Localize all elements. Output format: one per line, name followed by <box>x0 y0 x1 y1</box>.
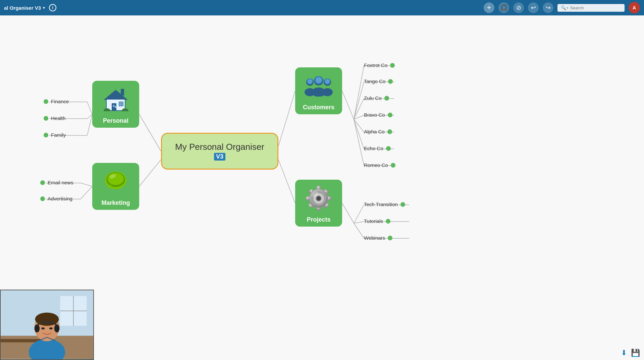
leaf-tutorials[interactable]: Tutorials <box>364 218 390 224</box>
leaf-label-bravo: Bravo Co <box>364 112 385 118</box>
svg-line-31 <box>354 222 364 223</box>
add-button[interactable]: + <box>484 2 494 13</box>
projects-label: Projects <box>307 216 330 223</box>
leaf-label-tango: Tango Co <box>364 78 385 84</box>
leaf-dot-romeo <box>391 163 395 168</box>
leaf-dot-echo <box>386 146 391 151</box>
personal-node[interactable]: Personal <box>92 81 139 128</box>
marketing-icon-area <box>104 163 127 199</box>
personal-label: Personal <box>103 117 128 124</box>
svg-line-14 <box>342 91 354 119</box>
svg-point-61 <box>322 88 333 96</box>
center-node-version: V3 <box>214 153 225 161</box>
svg-line-16 <box>354 82 364 119</box>
leaf-dot-alpha <box>387 129 392 134</box>
topbar: al Organiser V3 ▾ i + 🎧 ⊘ ↩ ↪ A <box>0 0 644 15</box>
leaf-advertising[interactable]: Advertising <box>40 196 72 201</box>
leaf-dot-family <box>44 133 48 137</box>
svg-line-21 <box>354 119 364 166</box>
leaf-dot-webinars <box>388 236 392 240</box>
leaf-dot-tutorials <box>386 219 390 224</box>
center-node[interactable]: My Personal Organiser V3 <box>161 133 278 170</box>
leaf-echo[interactable]: Echo Co <box>364 145 391 151</box>
leaf-webinars[interactable]: Webinars <box>364 235 392 241</box>
leaf-label-alpha: Alpha Co <box>364 129 385 134</box>
leaf-label-webinars: Webinars <box>364 235 385 241</box>
leaf-label-romeo: Romeo Co <box>364 162 388 168</box>
leaf-foxtrot[interactable]: Foxtrot Co <box>364 62 395 68</box>
leaf-dot-tango <box>388 79 393 84</box>
search-input[interactable] <box>557 4 625 12</box>
svg-line-19 <box>354 119 364 132</box>
svg-rect-47 <box>112 106 115 106</box>
leaf-email-news[interactable]: Email news <box>40 180 73 185</box>
leaf-label-advertising: Advertising <box>48 196 72 201</box>
leaf-family[interactable]: Family <box>44 132 66 138</box>
webcam-background <box>1 290 93 359</box>
svg-line-5 <box>87 114 92 119</box>
leaf-tech-transition[interactable]: Tech Transition <box>364 201 405 207</box>
redo-button[interactable]: ↪ <box>543 2 553 13</box>
leaf-label-family: Family <box>51 132 66 138</box>
svg-point-58 <box>305 88 315 96</box>
leaf-alpha[interactable]: Alpha Co <box>364 129 392 134</box>
svg-line-6 <box>87 114 92 135</box>
leaf-label-foxtrot: Foxtrot Co <box>364 62 387 68</box>
people-icon <box>305 75 333 97</box>
leaf-bravo[interactable]: Bravo Co <box>364 112 392 118</box>
svg-point-62 <box>316 77 322 83</box>
settings-button[interactable]: ⊘ <box>513 2 524 13</box>
svg-line-3 <box>278 160 295 203</box>
leaf-health[interactable]: Health <box>44 115 65 121</box>
leaf-zulu[interactable]: Zulu Co <box>364 95 389 101</box>
download-icon[interactable]: ⬇ <box>621 349 627 357</box>
leaf-dot-tech <box>400 202 405 207</box>
svg-marker-37 <box>104 90 128 100</box>
svg-point-92 <box>49 327 53 329</box>
mind-map-canvas: My Personal Organiser V3 <box>0 15 644 360</box>
house-icon <box>102 87 129 111</box>
leaf-dot-bravo <box>388 113 392 117</box>
svg-line-10 <box>80 183 92 186</box>
svg-point-77 <box>317 197 320 200</box>
leaf-label-tech: Tech Transition <box>364 201 398 207</box>
save-icon[interactable]: 💾 <box>631 349 640 357</box>
svg-line-4 <box>87 102 92 114</box>
avatar[interactable]: A <box>629 2 640 13</box>
svg-line-15 <box>354 66 364 119</box>
leaf-finance[interactable]: Finance <box>44 99 69 104</box>
svg-rect-85 <box>1 339 40 342</box>
svg-line-1 <box>139 160 161 186</box>
svg-line-30 <box>354 205 364 223</box>
share-button[interactable]: 🎧 <box>498 2 509 13</box>
leaf-romeo[interactable]: Romeo Co <box>364 162 395 168</box>
leaf-dot-zulu <box>384 96 389 101</box>
leaf-dot-foxtrot <box>390 63 395 68</box>
leaf-tango[interactable]: Tango Co <box>364 78 393 84</box>
svg-point-90 <box>54 324 60 333</box>
leaf-dot-health <box>44 116 48 121</box>
leaf-label-health: Health <box>51 115 65 121</box>
leaf-label-tutorials: Tutorials <box>364 218 383 224</box>
leaf-dot-advertising <box>40 196 45 201</box>
gear-icon <box>305 185 332 211</box>
info-button[interactable]: i <box>49 4 56 11</box>
svg-point-91 <box>41 327 45 329</box>
svg-line-11 <box>80 186 92 199</box>
undo-button[interactable]: ↩ <box>528 2 539 13</box>
center-node-title: My Personal Organiser <box>175 142 264 152</box>
customers-icon-area <box>305 67 333 104</box>
app-title[interactable]: al Organiser V3 ▾ <box>4 5 45 11</box>
leaf-dot-email <box>40 180 45 185</box>
chat-icon <box>104 170 127 192</box>
marketing-node[interactable]: Marketing <box>92 163 139 210</box>
svg-line-17 <box>354 99 364 119</box>
customers-node[interactable]: Customers <box>295 67 342 114</box>
svg-line-32 <box>354 223 364 238</box>
svg-point-89 <box>35 324 40 333</box>
projects-node[interactable]: Projects <box>295 180 342 227</box>
marketing-label: Marketing <box>101 199 130 206</box>
leaf-label-email: Email news <box>48 180 73 185</box>
title-dropdown[interactable]: ▾ <box>43 6 45 10</box>
leaf-label-zulu: Zulu Co <box>364 95 382 101</box>
